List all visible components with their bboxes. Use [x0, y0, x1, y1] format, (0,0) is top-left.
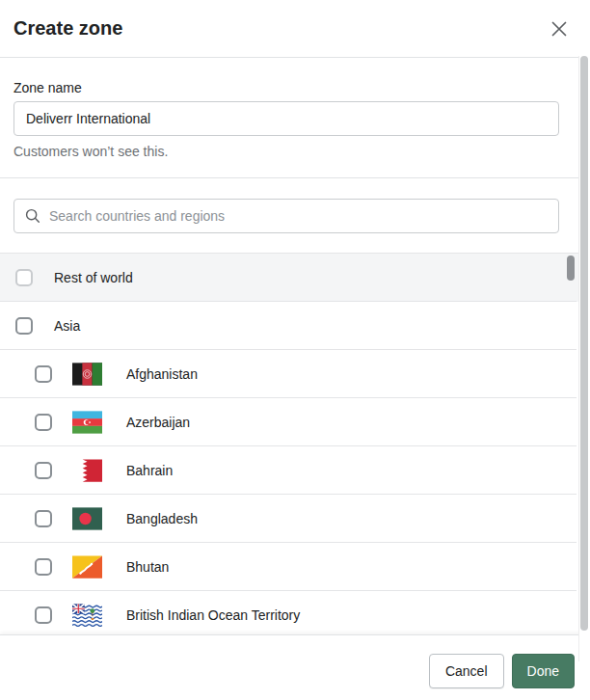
country-list[interactable]: Rest of world Asia Afghanistan Azerbaija… — [0, 253, 590, 635]
country-checkbox[interactable] — [35, 462, 52, 479]
list-item-rest-of-world[interactable]: Rest of world — [0, 254, 590, 302]
asia-label: Asia — [54, 318, 80, 334]
list-item-af[interactable]: Afghanistan — [0, 350, 590, 398]
create-zone-modal: Create zone Zone name Customers won’t se… — [0, 0, 590, 635]
zone-name-section: Zone name Customers won’t see this. — [0, 58, 590, 159]
country-label: Bhutan — [126, 559, 169, 575]
country-flag-icon — [72, 363, 102, 386]
country-label: British Indian Ocean Territory — [126, 607, 300, 623]
country-checkbox[interactable] — [35, 558, 52, 576]
rest-of-world-checkbox[interactable] — [15, 269, 33, 286]
country-label: Bangladesh — [126, 511, 198, 526]
rest-of-world-label: Rest of world — [54, 270, 133, 285]
country-flag-icon — [72, 555, 102, 579]
list-item-az[interactable]: Azerbaijan — [0, 398, 590, 446]
close-icon — [550, 19, 569, 39]
done-button[interactable]: Done — [512, 654, 575, 688]
country-checkbox[interactable] — [35, 606, 52, 624]
country-flag-icon — [72, 604, 102, 627]
modal-scrollbar[interactable] — [578, 0, 590, 700]
country-flag-icon — [72, 507, 102, 530]
cancel-button[interactable]: Cancel — [429, 654, 504, 688]
modal-title: Create zone — [13, 17, 122, 40]
modal-header: Create zone — [0, 0, 590, 58]
list-scrollbar-thumb[interactable] — [567, 256, 575, 281]
list-item-asia[interactable]: Asia — [0, 302, 590, 350]
modal-footer: Cancel Done — [0, 634, 590, 700]
zone-name-label: Zone name — [13, 80, 559, 95]
modal-scrollbar-thumb[interactable] — [580, 56, 588, 631]
list-item-bt[interactable]: Bhutan — [0, 543, 590, 591]
search-countries-input[interactable] — [13, 199, 559, 233]
country-checkbox[interactable] — [35, 414, 52, 431]
country-checkbox[interactable] — [35, 365, 52, 383]
country-label: Afghanistan — [126, 366, 198, 382]
search-field — [13, 199, 559, 233]
country-checkbox[interactable] — [35, 510, 52, 527]
country-label: Bahrain — [126, 463, 173, 478]
country-rows: Afghanistan Azerbaijan Bahrain Banglades… — [0, 350, 590, 635]
list-item-io[interactable]: British Indian Ocean Territory — [0, 591, 590, 635]
list-item-bd[interactable]: Bangladesh — [0, 495, 590, 543]
zone-name-helper-text: Customers won’t see this. — [13, 144, 559, 159]
country-flag-icon — [72, 459, 102, 482]
country-flag-icon — [72, 411, 102, 434]
asia-checkbox[interactable] — [15, 317, 33, 335]
list-item-bh[interactable]: Bahrain — [0, 446, 590, 495]
country-label: Azerbaijan — [126, 415, 190, 430]
zone-name-input[interactable] — [13, 101, 559, 136]
close-button[interactable] — [548, 17, 571, 40]
search-section — [0, 178, 590, 253]
